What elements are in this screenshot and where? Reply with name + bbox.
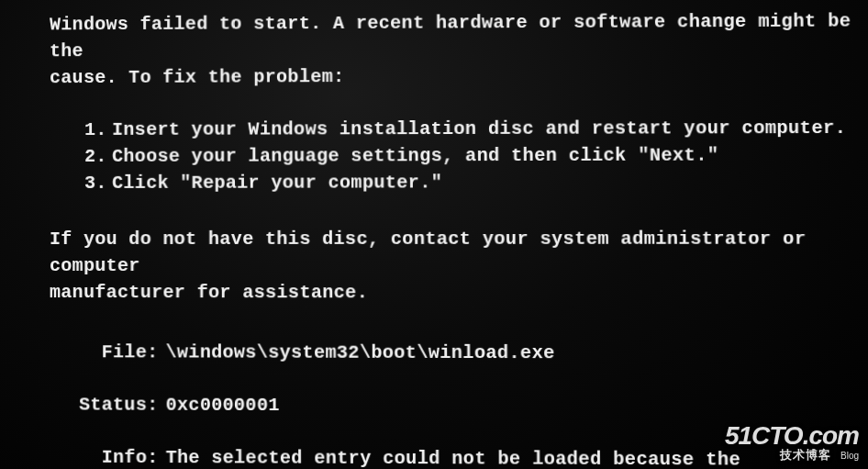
- step-number: 3.: [84, 170, 112, 196]
- step-text: Insert your Windows installation disc an…: [112, 115, 846, 143]
- file-label: File:: [0, 339, 166, 365]
- file-value: \windows\system32\boot\winload.exe: [166, 339, 868, 367]
- file-row: File: \windows\system32\boot\winload.exe: [0, 339, 868, 367]
- info-label: Info:: [0, 443, 166, 469]
- status-value: 0xc0000001: [166, 392, 868, 420]
- step-number: 1.: [84, 117, 112, 143]
- intro-line: Windows failed to start. A recent hardwa…: [50, 7, 862, 64]
- intro-text: Windows failed to start. A recent hardwa…: [0, 7, 868, 91]
- step-item: 3. Click "Repair your computer.": [84, 168, 868, 196]
- watermark: 51CTO.com 技术博客 Blog: [725, 421, 859, 463]
- nodisc-line: manufacturer for assistance.: [50, 279, 868, 307]
- step-text: Choose your language settings, and then …: [112, 141, 718, 170]
- status-label: Status:: [0, 391, 166, 419]
- step-item: 2. Choose your language settings, and th…: [84, 141, 868, 170]
- nodisc-line: If you do not have this disc, contact yo…: [50, 225, 868, 279]
- no-disc-text: If you do not have this disc, contact yo…: [0, 225, 868, 306]
- watermark-sub-en: Blog: [840, 451, 859, 461]
- intro-line: cause. To fix the problem:: [50, 61, 862, 91]
- step-item: 1. Insert your Windows installation disc…: [84, 115, 868, 143]
- repair-steps: 1. Insert your Windows installation disc…: [0, 115, 868, 196]
- step-number: 2.: [84, 143, 112, 170]
- boot-error-screen: Windows failed to start. A recent hardwa…: [0, 0, 868, 469]
- step-text: Click "Repair your computer.": [112, 169, 442, 196]
- status-row: Status: 0xc0000001: [0, 391, 868, 420]
- watermark-sub-cn: 技术博客: [780, 448, 831, 462]
